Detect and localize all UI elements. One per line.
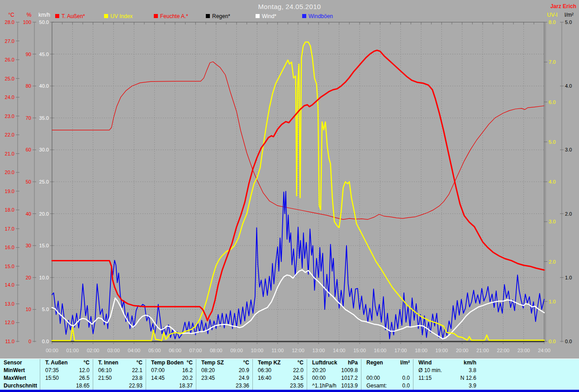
table-cell: [361, 367, 413, 374]
axis-tick-label: 1.0: [565, 275, 572, 280]
axis-tick-label: 1.0: [549, 299, 555, 304]
axis-tick-label: 15.0: [39, 243, 49, 248]
axis-tick-label: 24.0: [5, 94, 14, 100]
axis-tick-label: 5.0: [42, 307, 49, 312]
axis-tick-label: 16.0: [5, 245, 14, 250]
axis-tick-label: 5.0: [565, 19, 572, 25]
axis-tick-label: 20.0: [39, 211, 49, 217]
x-tick-label: 15:00: [353, 348, 366, 353]
axis-tick-label: 15.0: [5, 264, 14, 269]
x-tick-label: 09:00: [230, 348, 243, 353]
legend-swatch: [256, 14, 260, 18]
table-cell: T. Außen°C: [40, 359, 93, 367]
table-cell: 18.37: [146, 382, 196, 390]
axis-tick-label: 50.0: [39, 19, 49, 25]
axis-tick-label: 26.0: [5, 57, 14, 62]
axis-tick-label: 7.0: [549, 59, 555, 65]
x-tick-label: 07:00: [190, 348, 202, 353]
table-cell: 00:000.0: [361, 374, 413, 382]
axis-tick-label: 0.0: [549, 339, 555, 344]
table-cell: 06:1022.1: [93, 367, 146, 374]
axis-tick-label: 17.0: [5, 226, 14, 231]
table-cell: Regenl/m²: [361, 359, 413, 367]
axis-tick-label: 20: [26, 275, 31, 280]
table-cell: 21:5023.8: [93, 374, 146, 382]
table-cell: 06:3022.0: [252, 367, 307, 374]
axis-tick-label: 80: [26, 83, 31, 89]
table-cell: T. Innen°C: [93, 359, 146, 367]
x-tick-label: 17:00: [394, 348, 407, 353]
axis-tick-label: 23.0: [5, 113, 14, 119]
legend-swatch: [206, 14, 210, 18]
axis-tick-label: 0.0: [565, 339, 572, 344]
x-tick-label: 21:00: [476, 348, 489, 353]
axis-unit-label: °C: [8, 12, 14, 18]
axis-tick-label: 30.0: [39, 147, 49, 152]
table-cell: 11:15N 12.6: [413, 374, 479, 382]
x-tick-label: 01:00: [66, 348, 79, 353]
table-cell: 20:201009.8: [307, 367, 361, 374]
table-cell: 23:4524.9: [196, 374, 252, 382]
x-tick-label: 16:00: [374, 348, 387, 353]
row-label: MaxWert: [0, 374, 40, 382]
axis-tick-label: 5.0: [549, 139, 555, 145]
axis-tick-label: 2.0: [565, 211, 572, 217]
legend-swatch: [55, 14, 59, 18]
axis-unit-label: l/m²: [565, 12, 574, 18]
x-tick-label: 24:00: [538, 348, 551, 353]
weather-chart: °C11.012.013.014.015.016.017.018.019.020…: [0, 0, 579, 357]
x-tick-label: 06:00: [169, 348, 181, 353]
table-cell: 00:001017.2: [307, 374, 361, 382]
x-tick-label: 10:00: [251, 348, 264, 353]
table-cell: 08:2020.9: [196, 367, 252, 374]
axis-temp: °C11.012.013.014.015.016.017.018.019.020…: [5, 12, 19, 344]
axis-tick-label: 12.0: [5, 320, 14, 325]
legend-swatch: [154, 14, 158, 18]
axis-unit-label: UV-I: [547, 12, 557, 18]
x-axis-labels: 00:0001:0002:0003:0004:0005:0006:0007:00…: [46, 348, 551, 353]
axis-tick-label: 8.0: [549, 19, 555, 25]
x-tick-label: 08:00: [210, 348, 223, 353]
x-tick-label: 03:00: [107, 348, 120, 353]
axis-tick-label: 10.0: [39, 275, 49, 280]
axis-tick-label: 90: [26, 52, 31, 57]
sensor-stats-table: SensorT. Außen°CT. Innen°CTemp Boden°CTe…: [0, 359, 579, 390]
x-tick-label: 00:00: [46, 348, 58, 353]
axis-tick-label: 11.0: [5, 339, 14, 344]
table-cell: 16:4024.5: [252, 374, 307, 382]
legend-label: Feuchte A.*: [160, 13, 188, 19]
legend-label: Wind*: [262, 13, 276, 19]
axis-tick-label: 20.0: [5, 170, 14, 175]
table-cell: Temp Boden°C: [146, 359, 196, 367]
table-row: Durchschnitt18.6522.9318.3723.3623.35^1.…: [0, 382, 579, 390]
x-tick-label: 19:00: [436, 348, 448, 353]
axis-tick-label: 21.0: [5, 151, 14, 156]
axis-tick-label: 100: [23, 19, 31, 25]
axis-uv: UV-I0.01.02.03.04.05.06.07.08.0: [544, 12, 558, 344]
bottom-blue-bar: [0, 390, 579, 392]
axis-tick-label: 60: [26, 147, 31, 152]
table-cell: Gesamt:0.0: [361, 382, 413, 390]
table-cell: 22.93: [93, 382, 146, 390]
axis-unit-label: km/h: [38, 12, 50, 18]
legend-label: UV Index: [110, 13, 133, 19]
table-cell: 07:3512.0: [40, 367, 93, 374]
axis-wind: km/h0.05.010.015.020.025.030.035.040.045…: [38, 12, 54, 344]
axis-rain: l/m²0.01.02.03.04.05.0: [560, 12, 574, 344]
x-tick-label: 13:00: [313, 348, 325, 353]
chart-legend: T. Außen*UV IndexFeuchte A.*Regen*Wind*W…: [55, 13, 333, 19]
row-label: Durchschnitt: [0, 382, 40, 390]
x-tick-label: 04:00: [128, 348, 141, 353]
x-tick-label: 11:00: [271, 348, 284, 353]
legend-swatch: [302, 14, 306, 18]
axis-tick-label: 27.0: [5, 38, 14, 44]
table-cell: Temp SZ°C: [196, 359, 252, 367]
axis-tick-label: 0.0: [42, 339, 49, 344]
table-cell: 18.65: [40, 382, 93, 390]
axis-tick-label: 0: [28, 339, 31, 344]
table-cell: 23.35: [252, 382, 307, 390]
legend-label: T. Außen*: [62, 13, 85, 19]
axis-tick-label: 13.0: [5, 301, 14, 307]
axis-tick-label: 2.0: [549, 259, 555, 264]
axis-tick-label: 50: [26, 179, 31, 184]
